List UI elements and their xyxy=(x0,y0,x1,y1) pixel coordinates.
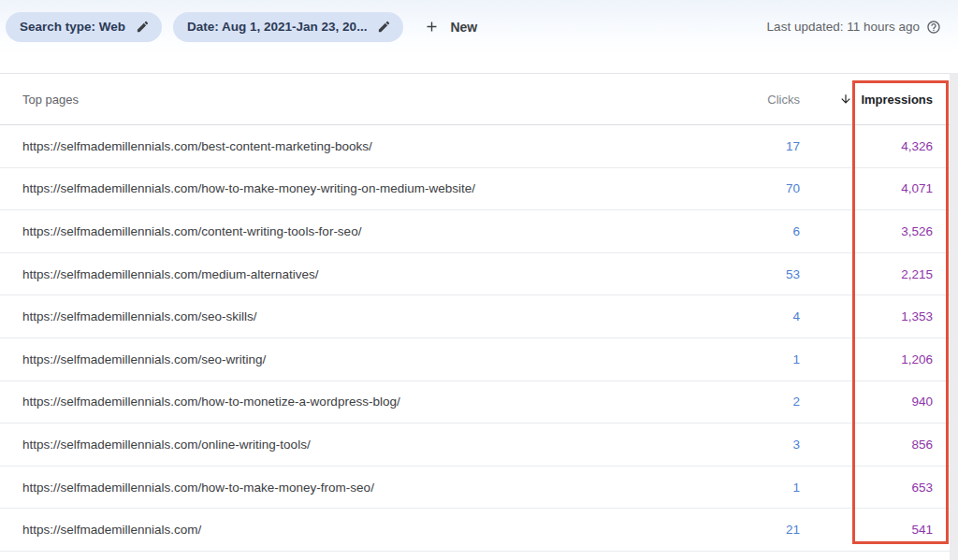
clicks-value: 70 xyxy=(642,181,800,195)
table-row[interactable]: https://selfmademillennials.com/how-to-m… xyxy=(0,381,958,424)
column-header-clicks[interactable]: Clicks xyxy=(642,93,800,107)
column-header-top-pages[interactable]: Top pages xyxy=(0,93,642,107)
table-row[interactable]: https://selfmademillennials.com/how-to-m… xyxy=(0,168,958,211)
impressions-value: 653 xyxy=(800,481,958,495)
page-url[interactable]: https://selfmademillennials.com/online-w… xyxy=(0,438,642,452)
table-row[interactable]: https://selfmademillennials.com/ 21 541 xyxy=(0,509,958,552)
impressions-value: 2,215 xyxy=(800,267,958,281)
table-row[interactable]: https://selfmademillennials.com/medium-a… xyxy=(0,253,958,296)
table-row[interactable]: https://selfmademillennials.com/seo-skil… xyxy=(0,295,958,338)
impressions-value: 3,526 xyxy=(800,224,958,238)
table-row[interactable]: https://selfmademillennials.com/content-… xyxy=(0,210,958,253)
column-header-impressions[interactable]: Impressions xyxy=(800,93,958,107)
clicks-value: 3 xyxy=(642,438,800,452)
page-url[interactable]: https://selfmademillennials.com/seo-writ… xyxy=(0,352,642,366)
page-url[interactable]: https://selfmademillennials.com/how-to-m… xyxy=(0,181,642,195)
impressions-value: 856 xyxy=(800,438,958,452)
clicks-value: 17 xyxy=(642,139,800,153)
clicks-value: 1 xyxy=(642,352,800,366)
pencil-icon[interactable] xyxy=(136,20,150,34)
filter-chips: Search type: Web Date: Aug 1, 2021-Jan 2… xyxy=(6,12,403,42)
new-filter-button[interactable]: New xyxy=(424,19,477,35)
date-range-chip-label: Date: Aug 1, 2021-Jan 23, 20... xyxy=(187,20,367,34)
search-type-chip-label: Search type: Web xyxy=(20,20,125,34)
top-pages-table: Top pages Clicks Impressions https://sel… xyxy=(0,73,958,552)
search-type-chip[interactable]: Search type: Web xyxy=(6,12,162,42)
clicks-value: 21 xyxy=(642,523,800,537)
toolbar: Search type: Web Date: Aug 1, 2021-Jan 2… xyxy=(0,0,958,53)
date-range-chip[interactable]: Date: Aug 1, 2021-Jan 23, 20... xyxy=(173,12,403,42)
clicks-value: 2 xyxy=(642,395,800,409)
page-url[interactable]: https://selfmademillennials.com/best-con… xyxy=(0,139,642,153)
page-url[interactable]: https://selfmademillennials.com/ xyxy=(0,523,642,537)
table-header-row: Top pages Clicks Impressions xyxy=(0,74,958,125)
impressions-value: 541 xyxy=(800,523,958,537)
impressions-value: 1,353 xyxy=(800,309,958,323)
table-row[interactable]: https://selfmademillennials.com/seo-writ… xyxy=(0,338,958,381)
impressions-value: 1,206 xyxy=(800,352,958,366)
last-updated-text: Last updated: 11 hours ago xyxy=(767,20,920,34)
plus-icon xyxy=(424,19,440,35)
clicks-value: 1 xyxy=(642,481,800,495)
last-updated: Last updated: 11 hours ago xyxy=(767,20,941,35)
page-url[interactable]: https://selfmademillennials.com/seo-skil… xyxy=(0,309,642,323)
clicks-value: 4 xyxy=(642,309,800,323)
table-row[interactable]: https://selfmademillennials.com/how-to-m… xyxy=(0,467,958,510)
clicks-value: 53 xyxy=(642,267,800,281)
page-url[interactable]: https://selfmademillennials.com/how-to-m… xyxy=(0,395,642,409)
page-url[interactable]: https://selfmademillennials.com/medium-a… xyxy=(0,267,642,281)
column-header-impressions-label: Impressions xyxy=(861,93,933,107)
table-row[interactable]: https://selfmademillennials.com/online-w… xyxy=(0,424,958,467)
table-row[interactable]: https://selfmademillennials.com/best-con… xyxy=(0,125,958,168)
table-body: https://selfmademillennials.com/best-con… xyxy=(0,125,958,552)
scrollbar-gutter[interactable] xyxy=(950,73,958,560)
sort-descending-arrow-icon xyxy=(839,93,852,106)
page-url[interactable]: https://selfmademillennials.com/how-to-m… xyxy=(0,481,642,495)
impressions-value: 4,071 xyxy=(800,181,958,195)
new-filter-button-label: New xyxy=(450,20,477,35)
help-icon[interactable] xyxy=(926,20,941,35)
clicks-value: 6 xyxy=(642,224,800,238)
impressions-value: 4,326 xyxy=(800,139,958,153)
pencil-icon[interactable] xyxy=(377,20,391,34)
page-url[interactable]: https://selfmademillennials.com/content-… xyxy=(0,224,642,238)
impressions-value: 940 xyxy=(800,395,958,409)
